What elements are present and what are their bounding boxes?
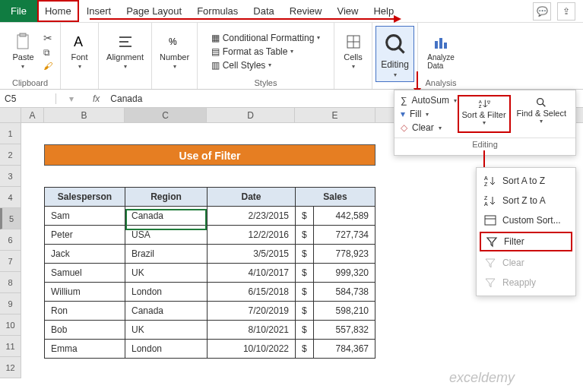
clipboard-group-label: Clipboard: [12, 78, 48, 87]
svg-rect-3: [20, 33, 26, 36]
row-header[interactable]: 5: [0, 208, 21, 229]
copy-icon[interactable]: ⧉: [43, 47, 52, 58]
alignment-button[interactable]: Alignment▾: [102, 30, 148, 73]
svg-text:Z: Z: [478, 104, 481, 109]
format-painter-icon[interactable]: 🖌: [43, 61, 52, 71]
custom-sort[interactable]: Custom Sort...: [477, 210, 575, 230]
format-as-table-button[interactable]: ▤Format as Table▾: [211, 46, 321, 57]
row-header[interactable]: 9: [0, 293, 21, 315]
row-header[interactable]: 1: [0, 123, 21, 144]
alignment-label: Alignment: [106, 52, 144, 62]
filter-menu-item[interactable]: Filter: [480, 232, 572, 251]
svg-text:Z: Z: [484, 195, 488, 201]
row-header[interactable]: 12: [0, 357, 21, 378]
row-header[interactable]: 3: [0, 166, 21, 187]
row-header[interactable]: 6: [0, 229, 21, 251]
table-row[interactable]: EmmaLondon10/10/2022$784,367: [45, 340, 375, 359]
fx-icon[interactable]: fx: [87, 93, 106, 104]
svg-rect-29: [485, 216, 496, 225]
table-row[interactable]: SamuelUK4/10/2017$999,320: [45, 264, 375, 283]
editing-button[interactable]: Editing▾: [375, 26, 414, 82]
file-tab[interactable]: File: [0, 0, 37, 22]
tab-view[interactable]: View: [329, 0, 366, 22]
table-row[interactable]: RonCanada7/20/2019$598,210: [45, 302, 375, 321]
analyze-data-button[interactable]: Analyze Data: [423, 30, 459, 73]
cell-styles-icon: ▥: [211, 60, 220, 71]
editing-label: Editing: [381, 59, 409, 70]
fill-button[interactable]: ▾Fill▾: [401, 109, 458, 119]
svg-text:A: A: [484, 201, 488, 207]
cells-button[interactable]: Cells▾: [339, 30, 366, 73]
table-row[interactable]: PeterUSA12/2/2016$727,734: [45, 226, 375, 245]
filter-clear: Clear: [477, 253, 575, 273]
table-icon: ▤: [211, 46, 220, 57]
chevron-down-icon: ▾: [21, 63, 24, 70]
col-header-D[interactable]: D: [207, 108, 295, 122]
sort-filter-menu: AZ Sort A to Z ZA Sort Z to A Custom Sor…: [476, 167, 576, 296]
table-row[interactable]: JackBrazil3/5/2015$778,923: [45, 245, 375, 264]
cell-styles-button[interactable]: ▥Cell Styles▾: [211, 60, 321, 71]
cut-icon[interactable]: ✂: [43, 32, 52, 44]
tab-data[interactable]: Data: [246, 0, 281, 22]
fill-icon: ▾: [401, 109, 405, 119]
svg-text:A: A: [74, 34, 83, 49]
table-row[interactable]: WilliumLondon6/15/2018$584,738: [45, 283, 375, 302]
paste-button[interactable]: Paste ▾: [8, 30, 38, 73]
row-header[interactable]: 2: [0, 144, 21, 166]
row-header[interactable]: 8: [0, 272, 21, 293]
row-header[interactable]: 10: [0, 315, 21, 336]
table-row[interactable]: SamCanada2/23/2015$442,589: [45, 207, 375, 226]
svg-text:A: A: [484, 175, 488, 181]
comments-icon[interactable]: 💬: [533, 2, 551, 21]
styles-group-label: Styles: [255, 78, 277, 87]
svg-rect-14: [435, 41, 438, 49]
sigma-icon: ∑: [401, 95, 407, 106]
th-region[interactable]: Region: [125, 188, 208, 207]
tab-insert[interactable]: Insert: [79, 0, 119, 22]
cond-format-icon: ▦: [211, 33, 220, 43]
svg-text:A: A: [478, 100, 481, 104]
sort-filter-button[interactable]: AZ Sort & Filter▾: [458, 95, 511, 133]
font-button[interactable]: A Font▾: [66, 30, 93, 73]
svg-line-22: [543, 103, 546, 106]
conditional-formatting-button[interactable]: ▦Conditional Formatting▾: [211, 33, 321, 43]
font-label: Font: [71, 52, 87, 62]
editing-popup-label: Editing: [394, 138, 575, 150]
cells-label: Cells: [344, 52, 362, 62]
row-header[interactable]: 7: [0, 251, 21, 272]
table-row[interactable]: BobUK8/10/2021$557,832: [45, 321, 375, 340]
analysis-group-label: Analysis: [426, 78, 457, 87]
share-icon[interactable]: ⇪: [557, 2, 575, 21]
svg-text:Z: Z: [484, 182, 488, 187]
name-box[interactable]: C5: [0, 93, 56, 104]
th-sales[interactable]: Sales: [296, 188, 375, 207]
col-header-C[interactable]: C: [125, 108, 207, 122]
tab-pagelayout[interactable]: Page Layout: [119, 0, 189, 22]
col-header-B[interactable]: B: [44, 108, 125, 122]
formula-input[interactable]: Canada: [106, 93, 147, 104]
col-header-A[interactable]: A: [21, 108, 44, 122]
row-header[interactable]: 11: [0, 336, 21, 357]
autosum-button[interactable]: ∑AutoSum▾: [401, 95, 458, 106]
number-label: Number: [160, 52, 189, 62]
clear-button[interactable]: ◇Clear▾: [401, 122, 458, 133]
tab-home[interactable]: Home: [37, 0, 79, 22]
analyze-label: Analyze Data: [427, 53, 455, 70]
title-cell: Use of Filter: [44, 144, 375, 166]
number-button[interactable]: % Number▾: [155, 30, 194, 73]
svg-rect-16: [444, 43, 447, 49]
sort-a-to-z[interactable]: AZ Sort A to Z: [477, 171, 575, 191]
sort-z-to-a[interactable]: ZA Sort Z to A: [477, 191, 575, 210]
svg-line-13: [398, 47, 404, 53]
tab-review[interactable]: Review: [282, 0, 330, 22]
row-header[interactable]: 4: [0, 187, 21, 208]
th-salesperson[interactable]: Salesperson: [45, 188, 125, 207]
col-header-E[interactable]: E: [295, 108, 375, 122]
select-all-corner[interactable]: [0, 108, 21, 122]
th-date[interactable]: Date: [208, 188, 296, 207]
find-select-button[interactable]: Find & Select▾: [514, 95, 569, 133]
tab-help[interactable]: Help: [366, 0, 401, 22]
tab-formulas[interactable]: Formulas: [189, 0, 246, 22]
editing-dropdown: ∑AutoSum▾ ▾Fill▾ ◇Clear▾ AZ Sort & Filte…: [394, 90, 576, 156]
filter-reapply: Reapply: [477, 273, 575, 292]
